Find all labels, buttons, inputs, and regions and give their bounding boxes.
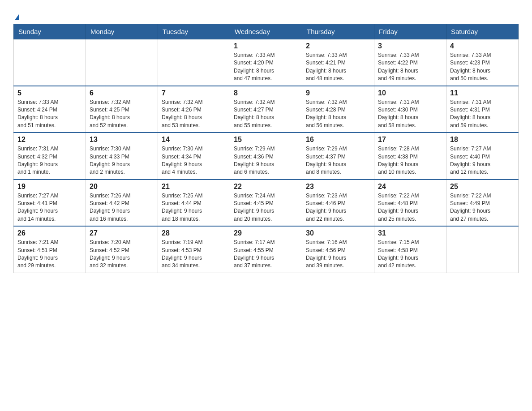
header-row: SundayMondayTuesdayWednesdayThursdayFrid… — [14, 24, 519, 39]
header-cell-tuesday: Tuesday — [158, 24, 230, 39]
calendar-table: SundayMondayTuesdayWednesdayThursdayFrid… — [13, 24, 519, 273]
day-info: Sunrise: 7:33 AM Sunset: 4:22 PM Dayligh… — [378, 51, 442, 83]
day-cell: 17Sunrise: 7:28 AM Sunset: 4:38 PM Dayli… — [374, 133, 446, 180]
day-info: Sunrise: 7:31 AM Sunset: 4:30 PM Dayligh… — [378, 98, 442, 130]
day-number: 30 — [306, 229, 370, 237]
day-cell: 15Sunrise: 7:29 AM Sunset: 4:36 PM Dayli… — [230, 133, 302, 180]
day-info: Sunrise: 7:30 AM Sunset: 4:34 PM Dayligh… — [162, 145, 226, 176]
day-number: 4 — [450, 42, 515, 50]
day-number: 28 — [162, 229, 226, 237]
day-info: Sunrise: 7:27 AM Sunset: 4:40 PM Dayligh… — [450, 145, 515, 176]
week-row-5: 26Sunrise: 7:21 AM Sunset: 4:51 PM Dayli… — [14, 226, 519, 273]
day-cell: 4Sunrise: 7:33 AM Sunset: 4:23 PM Daylig… — [446, 39, 519, 86]
day-cell: 2Sunrise: 7:33 AM Sunset: 4:21 PM Daylig… — [302, 39, 374, 86]
day-number: 26 — [17, 229, 82, 237]
day-number: 16 — [306, 136, 370, 144]
day-cell: 31Sunrise: 7:15 AM Sunset: 4:58 PM Dayli… — [374, 226, 446, 273]
day-cell: 22Sunrise: 7:24 AM Sunset: 4:45 PM Dayli… — [230, 180, 302, 227]
day-number: 7 — [162, 89, 226, 97]
header-cell-saturday: Saturday — [446, 24, 519, 39]
day-cell: 23Sunrise: 7:23 AM Sunset: 4:46 PM Dayli… — [302, 180, 374, 227]
day-cell: 29Sunrise: 7:17 AM Sunset: 4:55 PM Dayli… — [230, 226, 302, 273]
day-info: Sunrise: 7:33 AM Sunset: 4:23 PM Dayligh… — [450, 51, 515, 83]
day-number: 15 — [234, 136, 298, 144]
day-cell: 7Sunrise: 7:32 AM Sunset: 4:26 PM Daylig… — [158, 86, 230, 133]
day-cell: 16Sunrise: 7:29 AM Sunset: 4:37 PM Dayli… — [302, 133, 374, 180]
day-info: Sunrise: 7:30 AM Sunset: 4:33 PM Dayligh… — [90, 145, 154, 176]
day-cell: 3Sunrise: 7:33 AM Sunset: 4:22 PM Daylig… — [374, 39, 446, 86]
day-info: Sunrise: 7:28 AM Sunset: 4:38 PM Dayligh… — [378, 145, 442, 176]
day-cell: 6Sunrise: 7:32 AM Sunset: 4:25 PM Daylig… — [86, 86, 158, 133]
day-number: 2 — [306, 42, 370, 50]
day-cell: 10Sunrise: 7:31 AM Sunset: 4:30 PM Dayli… — [374, 86, 446, 133]
page-header — [13, 9, 519, 19]
day-number: 17 — [378, 136, 442, 144]
day-number: 10 — [378, 89, 442, 97]
day-info: Sunrise: 7:23 AM Sunset: 4:46 PM Dayligh… — [306, 192, 370, 223]
day-cell: 11Sunrise: 7:31 AM Sunset: 4:31 PM Dayli… — [446, 86, 519, 133]
header-cell-friday: Friday — [374, 24, 446, 39]
day-cell: 18Sunrise: 7:27 AM Sunset: 4:40 PM Dayli… — [446, 133, 519, 180]
day-number: 25 — [450, 183, 515, 191]
day-cell: 25Sunrise: 7:22 AM Sunset: 4:49 PM Dayli… — [446, 180, 519, 227]
day-cell: 14Sunrise: 7:30 AM Sunset: 4:34 PM Dayli… — [158, 133, 230, 180]
day-info: Sunrise: 7:33 AM Sunset: 4:20 PM Dayligh… — [234, 51, 298, 83]
day-number: 23 — [306, 183, 370, 191]
day-cell — [86, 39, 158, 86]
day-number: 18 — [450, 136, 515, 144]
header-cell-thursday: Thursday — [302, 24, 374, 39]
day-info: Sunrise: 7:33 AM Sunset: 4:24 PM Dayligh… — [17, 98, 82, 130]
logo — [13, 13, 19, 19]
day-info: Sunrise: 7:27 AM Sunset: 4:41 PM Dayligh… — [17, 192, 82, 223]
day-number: 9 — [306, 89, 370, 97]
week-row-1: 1Sunrise: 7:33 AM Sunset: 4:20 PM Daylig… — [14, 39, 519, 86]
day-cell: 24Sunrise: 7:22 AM Sunset: 4:48 PM Dayli… — [374, 180, 446, 227]
day-cell — [14, 39, 86, 86]
day-cell: 19Sunrise: 7:27 AM Sunset: 4:41 PM Dayli… — [14, 180, 86, 227]
day-number: 8 — [234, 89, 298, 97]
day-number: 19 — [17, 183, 82, 191]
day-number: 6 — [90, 89, 154, 97]
day-info: Sunrise: 7:31 AM Sunset: 4:32 PM Dayligh… — [17, 145, 82, 176]
day-info: Sunrise: 7:25 AM Sunset: 4:44 PM Dayligh… — [162, 192, 226, 223]
day-number: 13 — [90, 136, 154, 144]
day-info: Sunrise: 7:20 AM Sunset: 4:52 PM Dayligh… — [90, 239, 154, 270]
day-info: Sunrise: 7:29 AM Sunset: 4:36 PM Dayligh… — [234, 145, 298, 176]
day-cell — [446, 226, 519, 273]
header-cell-wednesday: Wednesday — [230, 24, 302, 39]
day-number: 22 — [234, 183, 298, 191]
day-cell: 1Sunrise: 7:33 AM Sunset: 4:20 PM Daylig… — [230, 39, 302, 86]
day-cell: 28Sunrise: 7:19 AM Sunset: 4:53 PM Dayli… — [158, 226, 230, 273]
day-cell: 30Sunrise: 7:16 AM Sunset: 4:56 PM Dayli… — [302, 226, 374, 273]
day-cell: 27Sunrise: 7:20 AM Sunset: 4:52 PM Dayli… — [86, 226, 158, 273]
day-cell: 8Sunrise: 7:32 AM Sunset: 4:27 PM Daylig… — [230, 86, 302, 133]
day-info: Sunrise: 7:26 AM Sunset: 4:42 PM Dayligh… — [90, 192, 154, 223]
day-info: Sunrise: 7:32 AM Sunset: 4:25 PM Dayligh… — [90, 98, 154, 130]
day-info: Sunrise: 7:32 AM Sunset: 4:26 PM Dayligh… — [162, 98, 226, 130]
day-info: Sunrise: 7:21 AM Sunset: 4:51 PM Dayligh… — [17, 239, 82, 270]
week-row-2: 5Sunrise: 7:33 AM Sunset: 4:24 PM Daylig… — [14, 86, 519, 133]
day-cell: 13Sunrise: 7:30 AM Sunset: 4:33 PM Dayli… — [86, 133, 158, 180]
day-number: 24 — [378, 183, 442, 191]
day-info: Sunrise: 7:16 AM Sunset: 4:56 PM Dayligh… — [306, 239, 370, 270]
day-number: 11 — [450, 89, 515, 97]
logo-triangle-icon — [15, 14, 19, 20]
day-number: 29 — [234, 229, 298, 237]
day-info: Sunrise: 7:32 AM Sunset: 4:28 PM Dayligh… — [306, 98, 370, 130]
day-number: 14 — [162, 136, 226, 144]
day-number: 3 — [378, 42, 442, 50]
week-row-3: 12Sunrise: 7:31 AM Sunset: 4:32 PM Dayli… — [14, 133, 519, 180]
day-info: Sunrise: 7:33 AM Sunset: 4:21 PM Dayligh… — [306, 51, 370, 83]
header-cell-sunday: Sunday — [14, 24, 86, 39]
day-cell: 26Sunrise: 7:21 AM Sunset: 4:51 PM Dayli… — [14, 226, 86, 273]
day-cell: 9Sunrise: 7:32 AM Sunset: 4:28 PM Daylig… — [302, 86, 374, 133]
day-info: Sunrise: 7:22 AM Sunset: 4:48 PM Dayligh… — [378, 192, 442, 223]
day-info: Sunrise: 7:19 AM Sunset: 4:53 PM Dayligh… — [162, 239, 226, 270]
calendar-body: 1Sunrise: 7:33 AM Sunset: 4:20 PM Daylig… — [14, 39, 519, 273]
day-info: Sunrise: 7:17 AM Sunset: 4:55 PM Dayligh… — [234, 239, 298, 270]
week-row-4: 19Sunrise: 7:27 AM Sunset: 4:41 PM Dayli… — [14, 180, 519, 227]
day-cell: 20Sunrise: 7:26 AM Sunset: 4:42 PM Dayli… — [86, 180, 158, 227]
day-cell: 12Sunrise: 7:31 AM Sunset: 4:32 PM Dayli… — [14, 133, 86, 180]
day-info: Sunrise: 7:22 AM Sunset: 4:49 PM Dayligh… — [450, 192, 515, 223]
day-number: 20 — [90, 183, 154, 191]
